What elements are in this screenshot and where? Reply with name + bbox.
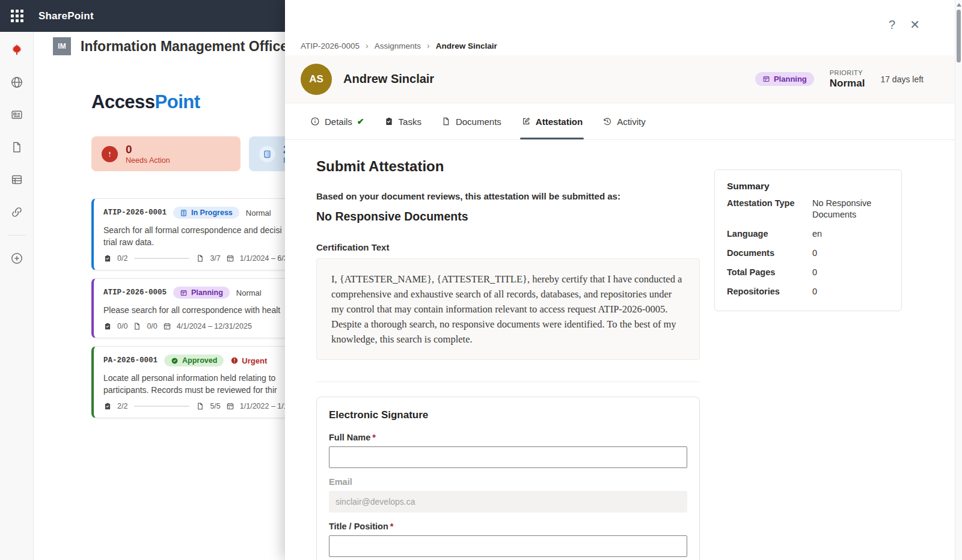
chevron-right-icon: › xyxy=(366,41,369,50)
table-icon[interactable] xyxy=(10,172,24,187)
full-name-label: Full Name* xyxy=(329,433,687,442)
tasks-count: 0/2 xyxy=(117,254,127,263)
list-icon xyxy=(259,146,275,162)
request-description: Please search for all correspondence wit… xyxy=(103,304,298,316)
stat-needs-action[interactable]: 0 Needs Action xyxy=(91,136,240,171)
request-id: PA-2026-0001 xyxy=(103,356,158,365)
breadcrumb-current: Andrew Sinclair xyxy=(436,41,497,50)
newspaper-icon[interactable] xyxy=(10,108,24,122)
stat-label: Needs Action xyxy=(126,156,170,165)
scrollbar-thumb[interactable] xyxy=(957,10,961,62)
full-name-input[interactable] xyxy=(329,446,687,468)
waffle-icon xyxy=(11,10,23,22)
document-icon[interactable] xyxy=(10,140,24,154)
request-card[interactable]: ATIP-2026-0001 In Progress Normal Search… xyxy=(91,198,308,270)
summary-row: Repositories 0 xyxy=(727,286,889,297)
maple-leaf-icon[interactable] xyxy=(10,43,24,57)
summary-card: Summary Attestation Type No Responsive D… xyxy=(714,169,902,311)
accesspoint-logo: AccessPoint xyxy=(91,91,200,113)
link-icon[interactable] xyxy=(10,205,24,219)
tab-activity[interactable]: Activity xyxy=(602,103,646,139)
scroll-up-arrow-icon[interactable] xyxy=(957,3,961,7)
assignment-detail-panel: ? ✕ ATIP-2026-0005 › Assignments › Andre… xyxy=(285,0,962,560)
detail-tabs: Details ✔ Tasks Documents Attestation Ac… xyxy=(285,103,962,140)
planning-icon xyxy=(762,75,770,83)
request-card[interactable]: PA-2026-0001 Approved Urgent Locate all … xyxy=(91,346,308,418)
request-card[interactable]: ATIP-2026-0005 Planning Normal Please se… xyxy=(91,278,308,338)
left-icon-rail xyxy=(0,32,34,560)
priority-caption: PRIORITY xyxy=(830,69,865,76)
summary-row: Attestation Type No Responsive Documents xyxy=(727,198,889,221)
help-icon[interactable]: ? xyxy=(889,18,895,31)
status-badge: Planning xyxy=(755,72,814,86)
status-badge: Approved xyxy=(164,355,224,367)
priority-label: Urgent xyxy=(230,356,267,365)
globe-icon[interactable] xyxy=(10,75,24,90)
calendar-icon xyxy=(226,402,234,410)
list-icon xyxy=(180,209,188,217)
certification-label: Certification Text xyxy=(316,242,700,252)
status-badge: Planning xyxy=(173,287,230,299)
close-icon[interactable]: ✕ xyxy=(910,18,920,31)
required-asterisk: * xyxy=(390,522,394,531)
planning-icon xyxy=(180,289,188,297)
alert-circle-icon xyxy=(102,146,118,162)
section-divider xyxy=(316,382,700,382)
app-launcher-button[interactable] xyxy=(0,0,34,32)
breadcrumb: ATIP-2026-0005 › Assignments › Andrew Si… xyxy=(301,41,497,50)
priority-label: Normal xyxy=(246,208,271,218)
summary-title: Summary xyxy=(727,181,889,192)
site-header: IM Information Management Office xyxy=(53,37,288,55)
tasks-clipboard-icon xyxy=(103,322,112,330)
calendar-icon xyxy=(163,322,171,330)
docs-count: 5/5 xyxy=(210,402,220,410)
required-asterisk: * xyxy=(372,433,376,442)
attestation-determination: No Responsive Documents xyxy=(316,210,700,224)
summary-row: Language en xyxy=(727,228,889,240)
stat-value: 0 xyxy=(126,143,170,156)
tasks-clipboard-icon xyxy=(103,254,112,263)
request-id: ATIP-2026-0001 xyxy=(103,208,167,217)
progress-bar xyxy=(134,406,189,407)
breadcrumb-request[interactable]: ATIP-2026-0005 xyxy=(301,41,360,50)
summary-row: Total Pages 0 xyxy=(727,267,889,278)
sharepoint-logo-text[interactable]: SharePoint xyxy=(38,10,94,22)
request-meta: 0/2 3/7 1/1/2024 – 6/30/2 xyxy=(103,254,298,263)
request-id: ATIP-2026-0005 xyxy=(103,288,167,297)
request-meta: 0/0 0/0 4/1/2024 – 12/31/2025 xyxy=(103,322,298,330)
tab-documents[interactable]: Documents xyxy=(441,103,501,139)
add-icon[interactable] xyxy=(10,251,24,266)
site-logo[interactable]: IM xyxy=(53,37,71,55)
check-circle-icon xyxy=(171,357,179,365)
tab-tasks[interactable]: Tasks xyxy=(384,103,421,139)
request-description: Locate all personal information held rel… xyxy=(103,372,298,396)
rail-divider xyxy=(8,235,26,236)
check-icon: ✔ xyxy=(357,117,364,126)
priority-block: PRIORITY Normal xyxy=(830,69,865,90)
signature-title: Electronic Signature xyxy=(329,409,687,421)
status-badge: In Progress xyxy=(173,207,239,219)
info-icon xyxy=(310,117,320,126)
tab-details[interactable]: Details ✔ xyxy=(310,103,364,139)
email-label: Email xyxy=(329,477,687,487)
page-icon xyxy=(133,322,141,330)
brand-access: Access xyxy=(91,91,155,112)
tasks-count: 0/0 xyxy=(117,322,127,330)
page-icon xyxy=(196,254,204,263)
breadcrumb-assignments[interactable]: Assignments xyxy=(375,41,421,50)
docs-count: 3/7 xyxy=(210,254,220,263)
date-range: 4/1/2024 – 12/31/2025 xyxy=(177,322,252,330)
tab-attestation[interactable]: Attestation xyxy=(521,103,583,139)
scrollbar xyxy=(955,0,962,560)
docs-count: 0/0 xyxy=(147,322,157,330)
alert-circle-icon xyxy=(230,356,239,365)
title-position-input[interactable] xyxy=(329,535,687,557)
request-description: Search for all formal correspondence and… xyxy=(103,224,298,248)
site-title[interactable]: Information Management Office xyxy=(81,38,288,55)
priority-value: Normal xyxy=(830,78,865,90)
avatar: AS xyxy=(301,64,332,95)
screen: SharePoint IM Information Management Off… xyxy=(0,0,962,560)
tasks-count: 2/2 xyxy=(117,402,127,410)
certification-text: I, {ATTESTER_NAME}, {ATTESTER_TITLE}, he… xyxy=(316,258,700,360)
priority-label: Normal xyxy=(236,288,262,297)
